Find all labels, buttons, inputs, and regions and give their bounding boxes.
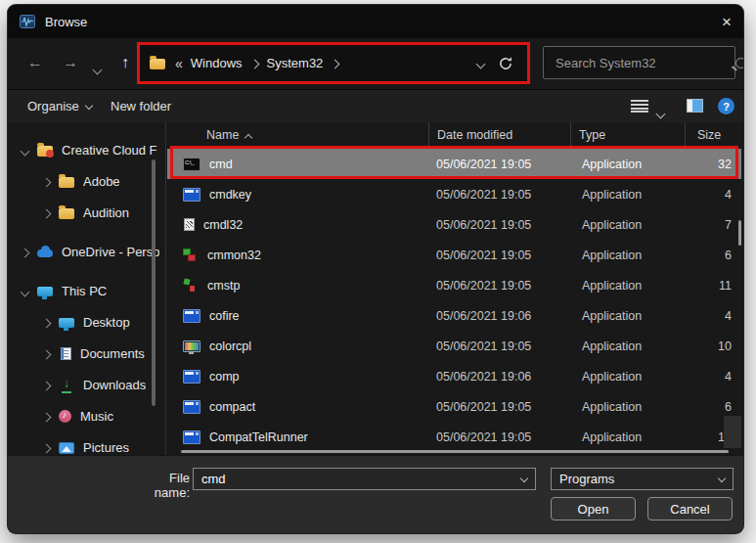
- file-name-label: File name:: [133, 471, 190, 500]
- title-bar: Browse ×: [8, 5, 743, 38]
- sidebar-item[interactable]: Audition: [8, 197, 165, 228]
- sidebar-item-label: Desktop: [83, 315, 130, 330]
- breadcrumb-windows[interactable]: Windows: [191, 56, 243, 70]
- sidebar-item[interactable]: Downloads: [8, 369, 165, 400]
- date-modified-cell: 05/06/2021 19:05: [428, 339, 570, 353]
- file-name-cell: cmdkey: [167, 188, 428, 202]
- sidebar-item[interactable]: Creative Cloud F: [8, 134, 165, 165]
- sidebar-item[interactable]: Documents: [8, 338, 165, 369]
- table-row[interactable]: CompatTelRunner 05/06/2021 19:05 Applica…: [167, 422, 741, 452]
- column-header-size[interactable]: Size: [685, 122, 741, 149]
- sidebar-item[interactable]: Pictures: [8, 431, 165, 455]
- expand-chevron-icon[interactable]: [43, 315, 59, 330]
- breadcrumb-system32[interactable]: System32: [267, 56, 324, 70]
- date-modified-cell: 05/06/2021 19:05: [428, 430, 570, 444]
- table-row[interactable]: comp 05/06/2021 19:06 Application 4: [167, 361, 741, 391]
- address-dropdown-chevron-icon[interactable]: [477, 56, 484, 70]
- search-box[interactable]: [543, 46, 735, 79]
- sidebar-item[interactable]: Adobe: [8, 165, 165, 197]
- expand-chevron-icon[interactable]: [43, 378, 59, 392]
- sidebar-scrollbar[interactable]: [152, 159, 156, 406]
- table-row[interactable]: cmstp 05/06/2021 19:05 Application 11: [167, 270, 741, 300]
- file-name-combo[interactable]: [193, 468, 536, 490]
- search-icon[interactable]: [735, 58, 743, 68]
- expand-chevron-icon[interactable]: [43, 346, 59, 361]
- column-header-type[interactable]: Type: [570, 122, 685, 149]
- forward-icon[interactable]: →: [63, 55, 78, 70]
- command-toolbar: Organise New folder ?: [8, 89, 743, 123]
- expand-chevron-icon[interactable]: [43, 409, 59, 424]
- navigation-bar: ← → ↑ « Windows System32: [8, 38, 743, 89]
- close-icon[interactable]: ×: [702, 14, 732, 30]
- column-headers: Name Date modified Type Size: [167, 122, 741, 149]
- expand-chevron-icon[interactable]: [22, 245, 37, 259]
- preview-pane-icon[interactable]: [687, 99, 703, 113]
- file-type-select[interactable]: Programs: [551, 468, 734, 490]
- horizontal-scrollbar-thumb[interactable]: [181, 450, 729, 453]
- date-modified-cell: 05/06/2021 19:05: [428, 400, 570, 414]
- expand-chevron-icon[interactable]: [22, 284, 37, 298]
- sidebar-item[interactable]: This PC: [8, 275, 165, 306]
- table-row[interactable]: cmdl32 05/06/2021 19:05 Application 7: [167, 209, 741, 240]
- table-row[interactable]: colorcpl 05/06/2021 19:05 Application 10: [167, 331, 741, 361]
- date-modified-cell: 05/06/2021 19:06: [428, 370, 570, 384]
- file-name-input[interactable]: [201, 472, 521, 486]
- sidebar-item-icon: [61, 347, 71, 360]
- type-cell: Application: [570, 370, 685, 384]
- table-row[interactable]: cmmon32 05/06/2021 19:05 Application 6: [167, 240, 741, 270]
- type-cell: Application: [570, 309, 685, 323]
- chevron-right-icon[interactable]: [251, 56, 258, 70]
- sidebar-item[interactable]: OneDrive - Perso: [8, 236, 165, 267]
- type-cell: Application: [570, 158, 685, 171]
- file-type-value: Programs: [559, 472, 614, 486]
- chevron-right-icon[interactable]: [332, 56, 338, 70]
- type-cell: Application: [570, 249, 685, 262]
- breadcrumb-overflow[interactable]: «: [175, 56, 183, 71]
- open-button[interactable]: Open: [551, 497, 636, 520]
- address-bar[interactable]: « Windows System32: [137, 42, 530, 84]
- date-modified-cell: 05/06/2021 19:05: [428, 158, 570, 171]
- sidebar-item-icon: [59, 208, 74, 219]
- file-name-cell: cofire: [167, 309, 428, 323]
- cancel-button[interactable]: Cancel: [647, 497, 733, 520]
- main-area: Creative Cloud F Adobe Audition: [8, 122, 743, 455]
- expand-chevron-icon[interactable]: [43, 205, 59, 220]
- expand-chevron-icon[interactable]: [43, 174, 59, 189]
- sidebar-item-icon: [59, 318, 74, 328]
- file-name-cell: colorcpl: [167, 339, 428, 353]
- new-folder-button[interactable]: New folder: [111, 99, 171, 113]
- table-row[interactable]: cmdkey 05/06/2021 19:05 Application 4: [167, 179, 741, 209]
- chevron-down-icon[interactable]: [718, 474, 726, 481]
- sidebar-item[interactable]: Desktop: [8, 306, 165, 338]
- vertical-scrollbar-thumb[interactable]: [738, 220, 741, 246]
- sidebar-item-label: Audition: [83, 205, 129, 220]
- sidebar-item-icon: [37, 249, 53, 257]
- recent-locations-chevron-icon[interactable]: [94, 61, 101, 76]
- table-row[interactable]: cofire 05/06/2021 19:06 Application 4: [167, 300, 741, 331]
- expand-chevron-icon[interactable]: [22, 143, 37, 158]
- sidebar-item-label: Music: [80, 409, 113, 424]
- table-row[interactable]: compact 05/06/2021 19:05 Application 6: [167, 391, 741, 422]
- help-icon[interactable]: ?: [718, 98, 734, 114]
- up-icon[interactable]: ↑: [121, 55, 129, 70]
- view-mode-chevron-icon[interactable]: [657, 104, 664, 121]
- sort-ascending-icon: [245, 127, 251, 145]
- refresh-icon[interactable]: [498, 56, 513, 71]
- sidebar-item[interactable]: Music: [8, 400, 165, 431]
- file-name-cell: CompatTelRunner: [167, 430, 428, 444]
- resize-grip[interactable]: [736, 527, 738, 529]
- column-header-date-modified[interactable]: Date modified: [428, 122, 570, 149]
- chevron-down-icon[interactable]: [520, 474, 528, 481]
- organise-button[interactable]: Organise: [27, 99, 92, 113]
- back-icon[interactable]: ←: [27, 55, 43, 70]
- file-name-cell: cmstp: [167, 279, 428, 293]
- expand-chevron-icon[interactable]: [43, 440, 59, 455]
- file-type-icon: [183, 188, 200, 202]
- footer-bar: File name: Programs Open Cancel: [8, 455, 743, 533]
- view-mode-icon[interactable]: [631, 100, 648, 113]
- table-row[interactable]: cmd 05/06/2021 19:05 Application 32: [167, 149, 741, 179]
- sidebar-item-label: Creative Cloud F: [62, 143, 157, 158]
- column-header-name[interactable]: Name: [167, 122, 428, 149]
- search-input[interactable]: [554, 55, 730, 71]
- date-modified-cell: 05/06/2021 19:06: [428, 309, 570, 323]
